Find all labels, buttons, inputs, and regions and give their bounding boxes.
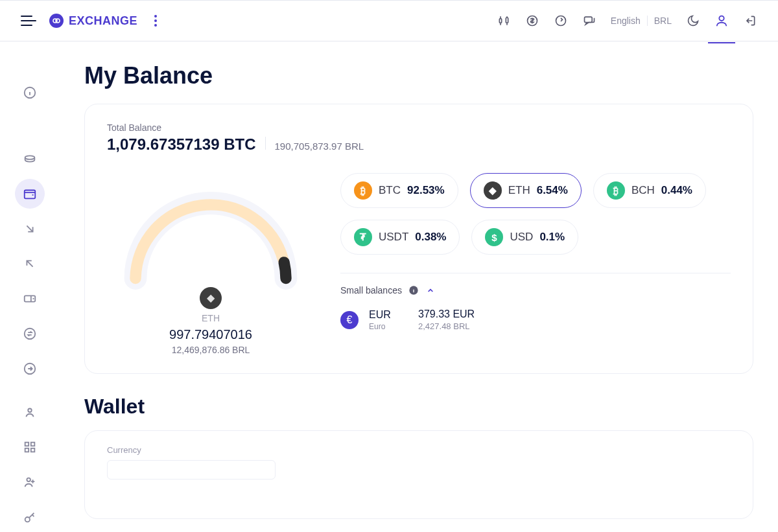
total-balance-sub: 190,705,873.97 BRL: [275, 141, 364, 152]
sidebar-wallet-icon[interactable]: [15, 179, 45, 209]
svg-point-9: [25, 329, 36, 340]
chip-percent: 0.44%: [661, 184, 692, 197]
gauge-coin-symbol: ETH: [107, 313, 314, 323]
chip-percent: 92.53%: [407, 184, 445, 197]
btc-icon: ₿: [354, 181, 372, 200]
brand-text: EXCHANGE: [69, 14, 137, 28]
top-header: EXCHANGE English BRL: [0, 0, 778, 41]
svg-point-1: [56, 19, 60, 23]
usd-icon: $: [485, 228, 503, 246]
page-title: My Balance: [84, 62, 753, 89]
sidebar-ticket-icon[interactable]: [15, 284, 45, 314]
gauge-coin-amount: 997.79407016: [107, 327, 314, 342]
sb-fiat: 2,427.48 BRL: [418, 321, 475, 331]
svg-rect-14: [25, 448, 29, 452]
svg-point-6: [25, 156, 35, 159]
svg-rect-15: [31, 448, 35, 452]
language-currency-selector[interactable]: English BRL: [611, 16, 672, 26]
gauge-coin-fiat: 12,469,876.86 BRL: [107, 345, 314, 355]
logout-icon[interactable]: [743, 14, 757, 28]
eur-icon: €: [340, 311, 359, 329]
brand-logo[interactable]: EXCHANGE: [49, 14, 137, 28]
chip-symbol: USD: [510, 231, 533, 244]
sidebar-arrow-circle-icon[interactable]: [15, 354, 45, 384]
kebab-menu-button[interactable]: [154, 15, 157, 27]
allocation-chip-bch[interactable]: ₿ BCH 0.44%: [593, 173, 706, 208]
svg-point-11: [28, 409, 32, 413]
chat-icon[interactable]: [582, 14, 596, 28]
wallet-section-title: Wallet: [84, 395, 753, 419]
candlestick-icon[interactable]: [497, 14, 511, 28]
gauge-coin-icon: ◆: [200, 287, 222, 309]
total-balance-main: 1,079.67357139 BTC: [107, 135, 256, 154]
allocation-chip-usdt[interactable]: ₮ USDT 0.38%: [340, 220, 460, 255]
currency-select[interactable]: [107, 460, 276, 480]
sb-symbol: EUR: [369, 309, 408, 321]
bch-icon: ₿: [607, 181, 625, 200]
sidebar-user-icon[interactable]: [15, 397, 45, 427]
moon-icon[interactable]: [686, 14, 700, 28]
chip-percent: 0.38%: [415, 231, 446, 244]
allocation-gauge: ◆ ETH 997.79407016 12,469,876.86 BRL: [107, 173, 314, 355]
svg-rect-12: [25, 443, 29, 446]
balance-card: Total Balance 1,079.67357139 BTC 190,705…: [84, 104, 753, 374]
currency-field-label: Currency: [107, 445, 731, 455]
brand-icon: [49, 14, 64, 28]
sidebar-info-icon[interactable]: [15, 78, 45, 108]
clock-icon[interactable]: [554, 14, 568, 28]
svg-point-4: [719, 16, 724, 21]
svg-rect-13: [31, 443, 35, 446]
info-icon: [408, 285, 419, 295]
svg-point-16: [27, 478, 30, 482]
svg-point-17: [25, 517, 30, 522]
sidebar-swap-icon[interactable]: [15, 319, 45, 349]
chip-symbol: BCH: [631, 184, 655, 197]
sidebar-coins-icon[interactable]: [15, 144, 45, 174]
small-balance-row[interactable]: € EUR Euro 379.33 EUR 2,427.48 BRL: [340, 308, 731, 331]
main-content: My Balance Total Balance 1,079.67357139 …: [60, 41, 778, 532]
sb-amount: 379.33 EUR: [418, 308, 475, 320]
sidebar-withdraw-icon[interactable]: [15, 249, 45, 279]
chip-percent: 6.54%: [537, 184, 568, 197]
sidebar-deposit-icon[interactable]: [15, 214, 45, 244]
allocation-chip-usd[interactable]: $ USD 0.1%: [471, 220, 578, 255]
allocation-chip-btc[interactable]: ₿ BTC 92.53%: [340, 173, 458, 208]
language-label: English: [611, 16, 641, 26]
chip-percent: 0.1%: [539, 231, 565, 244]
chip-symbol: BTC: [379, 184, 401, 197]
sidebar: [0, 41, 60, 532]
eth-icon: ◆: [484, 181, 502, 200]
sidebar-dashboard-icon[interactable]: [15, 432, 45, 462]
chip-symbol: USDT: [379, 231, 408, 244]
chevron-up-icon: [425, 285, 436, 295]
allocation-chips: ₿ BTC 92.53%◆ ETH 6.54%₿ BCH 0.44%₮ USDT…: [340, 173, 731, 255]
small-balances-toggle[interactable]: Small balances: [340, 285, 731, 295]
sidebar-referral-icon[interactable]: [15, 467, 45, 497]
svg-rect-7: [25, 191, 36, 199]
sidebar-key-icon[interactable]: [15, 502, 45, 532]
wallet-card: Currency: [84, 430, 753, 519]
coin-icon[interactable]: [525, 14, 539, 28]
currency-label: BRL: [654, 16, 672, 26]
svg-rect-3: [584, 17, 592, 22]
hamburger-menu-button[interactable]: [21, 13, 36, 29]
profile-icon[interactable]: [714, 19, 729, 33]
small-balances-list: € EUR Euro 379.33 EUR 2,427.48 BRL: [340, 308, 731, 331]
total-balance-label: Total Balance: [107, 122, 731, 133]
chip-symbol: ETH: [508, 184, 530, 197]
sb-name: Euro: [369, 322, 408, 331]
small-balances-label: Small balances: [340, 285, 402, 295]
allocation-chip-eth[interactable]: ◆ ETH 6.54%: [470, 173, 582, 208]
usdt-icon: ₮: [354, 228, 372, 246]
